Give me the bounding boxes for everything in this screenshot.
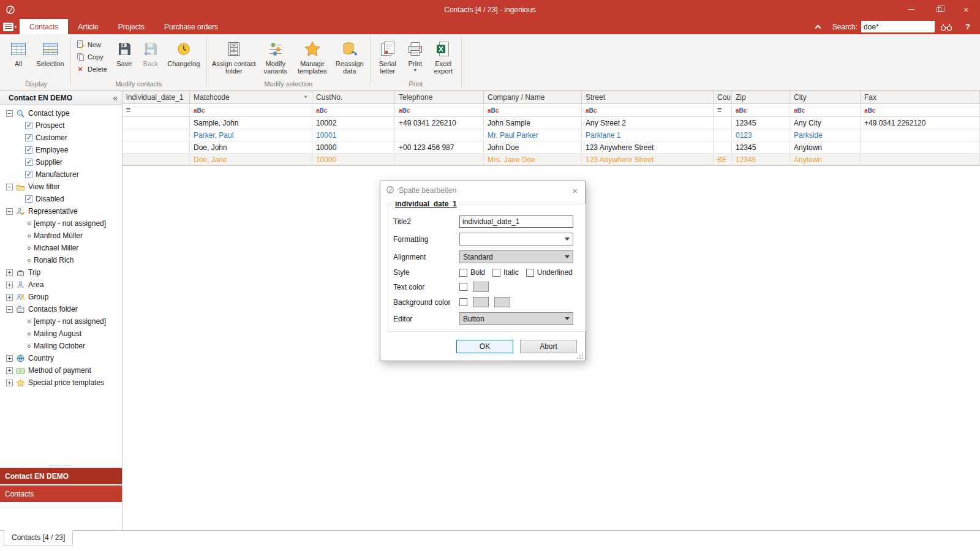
cell-custno-row-3[interactable]: 10000 <box>312 141 395 154</box>
sidebar-group-contacts[interactable]: Contacts <box>0 485 122 502</box>
tree-item-manufacturer[interactable]: Manufacturer <box>0 168 122 181</box>
formatting-select[interactable] <box>459 233 573 246</box>
cell-zip-row-1[interactable]: 12345 <box>732 117 790 129</box>
tree-item-employee[interactable]: Employee <box>0 144 122 156</box>
cell-telephone-row-2[interactable] <box>395 129 484 141</box>
cell-individual-date-1-row-1[interactable] <box>123 117 190 129</box>
tree-item-trip[interactable]: +Trip <box>0 266 122 279</box>
column-header-telephone[interactable]: Telephone <box>395 91 484 104</box>
filter-cell-city[interactable]: aBc <box>790 104 861 117</box>
cell-cou-row-1[interactable] <box>714 117 732 129</box>
filter-cell-telephone[interactable]: aBc <box>395 104 484 117</box>
save-button[interactable]: Save <box>111 36 138 79</box>
tree-item-country[interactable]: +Country <box>0 352 122 364</box>
filter-cell-fax[interactable]: aBc <box>861 104 980 117</box>
search-icon[interactable] <box>940 21 953 32</box>
filter-menu-icon[interactable]: ▼ <box>303 94 308 100</box>
italic-checkbox[interactable] <box>492 269 500 277</box>
ok-button[interactable]: OK <box>456 340 513 353</box>
cell-fax-row-3[interactable] <box>861 141 980 154</box>
tree-item-contacts-folder[interactable]: −Contacts folder <box>0 303 122 315</box>
tree-item-mailing-october[interactable]: Mailing October <box>0 340 122 352</box>
tree-item-prospect[interactable]: Prospect <box>0 119 122 132</box>
checkbox[interactable] <box>25 171 32 178</box>
text-color-swatch[interactable] <box>473 282 489 292</box>
filter-cell-company-name[interactable]: aBc <box>484 104 582 117</box>
cell-company-name-row-1[interactable]: John Sample <box>484 117 582 129</box>
cell-custno-row-1[interactable]: 10002 <box>312 117 395 129</box>
sidebar-splitter[interactable]: ........ <box>0 460 122 468</box>
text-color-checkbox[interactable] <box>459 283 467 291</box>
collapse-icon[interactable]: − <box>6 110 13 117</box>
cell-company-name-row-3[interactable]: John Doe <box>484 141 582 154</box>
cell-fax-row-4[interactable] <box>861 154 980 166</box>
collapse-ribbon-icon[interactable] <box>815 24 821 31</box>
minimize-button[interactable] <box>897 0 925 19</box>
reassign-data-button[interactable]: Reassign data <box>332 36 368 79</box>
cell-company-name-row-4[interactable]: Mrs. Jane Doe <box>484 154 582 166</box>
editor-select[interactable]: Button <box>459 312 573 325</box>
column-header-custno[interactable]: CustNo. <box>312 91 395 104</box>
cell-fax-row-1[interactable]: +49 0341 2262120 <box>861 117 980 129</box>
background-color-swatch-1[interactable] <box>473 297 489 307</box>
tree-item-area[interactable]: +Area <box>0 279 122 291</box>
resize-grip[interactable] <box>582 358 583 359</box>
cell-city-row-2[interactable]: Parkside <box>790 129 861 141</box>
tree-item-empty-not-assigned[interactable]: [empty - not assigned] <box>0 315 122 328</box>
collapse-icon[interactable]: − <box>6 208 13 215</box>
dialog-close-icon[interactable]: × <box>570 186 579 196</box>
underlined-checkbox[interactable] <box>526 269 534 277</box>
delete-button[interactable]: × Delete <box>76 64 107 73</box>
expand-icon[interactable]: + <box>6 282 13 288</box>
column-header-street[interactable]: Street <box>582 91 714 104</box>
tree-item-disabled[interactable]: Disabled <box>0 193 122 205</box>
dialog-title-bar[interactable]: Spalte bearbeiten × <box>380 181 585 200</box>
filter-cell-cou[interactable]: = <box>714 104 732 117</box>
column-header-cou[interactable]: Cou... <box>714 91 732 104</box>
tree-item-method-of-payment[interactable]: +Method of payment <box>0 364 122 377</box>
checkbox[interactable] <box>25 134 32 141</box>
tree-item-representative[interactable]: −Representative <box>0 205 122 217</box>
title2-input[interactable] <box>459 216 573 228</box>
table-row-1[interactable]: Sample, John10002+49 0341 226210John Sam… <box>123 117 980 129</box>
assign-contact-folder-button[interactable]: Assign contact folder <box>209 36 258 79</box>
close-button[interactable]: × <box>952 0 980 19</box>
tree-item-manfred-m-ller[interactable]: Manfred Müller <box>0 230 122 242</box>
cell-individual-date-1-row-3[interactable] <box>123 141 190 154</box>
expand-icon[interactable]: + <box>6 294 13 301</box>
cell-city-row-1[interactable]: Any City <box>790 117 861 129</box>
cell-telephone-row-4[interactable] <box>395 154 484 166</box>
cell-street-row-1[interactable]: Any Street 2 <box>582 117 714 129</box>
abort-button[interactable]: Abort <box>520 340 577 353</box>
cell-city-row-4[interactable]: Anytown <box>790 154 861 166</box>
table-row-3[interactable]: Doe, John10000+00 123 456 987John Doe123… <box>123 141 980 154</box>
expand-icon[interactable]: + <box>6 380 13 386</box>
background-color-swatch-2[interactable] <box>494 297 510 307</box>
cell-zip-row-4[interactable]: 12345 <box>732 154 790 166</box>
checkbox[interactable] <box>25 122 32 129</box>
cell-matchcode-row-2[interactable]: Parker, Paul <box>190 129 312 141</box>
cell-fax-row-2[interactable] <box>861 129 980 141</box>
collapse-icon[interactable]: − <box>6 306 13 313</box>
cell-cou-row-3[interactable] <box>714 141 732 154</box>
changelog-button[interactable]: Changelog <box>164 36 204 79</box>
tree-item-mailing-august[interactable]: Mailing August <box>0 328 122 340</box>
sidebar-group-contact-en-demo[interactable]: Contact EN DEMO <box>0 468 122 484</box>
column-header-individual-date-1[interactable]: individual_date_1 <box>123 91 190 104</box>
filter-cell-individual-date-1[interactable]: = <box>123 104 190 117</box>
column-header-city[interactable]: City <box>790 91 861 104</box>
cell-cou-row-2[interactable] <box>714 129 732 141</box>
cell-cou-row-4[interactable]: BE <box>714 154 732 166</box>
background-color-checkbox[interactable] <box>459 298 467 306</box>
app-menu-button[interactable]: ▾ <box>0 19 20 34</box>
alignment-select[interactable]: Standard <box>459 250 573 263</box>
column-header-company-name[interactable]: Company / Name <box>484 91 582 104</box>
cell-telephone-row-3[interactable]: +00 123 456 987 <box>395 141 484 154</box>
filter-cell-street[interactable]: aBc <box>582 104 714 117</box>
expand-icon[interactable]: + <box>6 269 13 276</box>
tree-item-michael-miller[interactable]: Michael Miller <box>0 242 122 254</box>
cell-matchcode-row-3[interactable]: Doe, John <box>190 141 312 154</box>
cell-matchcode-row-4[interactable]: Doe, Jane <box>190 154 312 166</box>
tree-item-empty-not-assigned[interactable]: [empty - not assigned] <box>0 217 122 230</box>
cell-individual-date-1-row-4[interactable] <box>123 154 190 166</box>
